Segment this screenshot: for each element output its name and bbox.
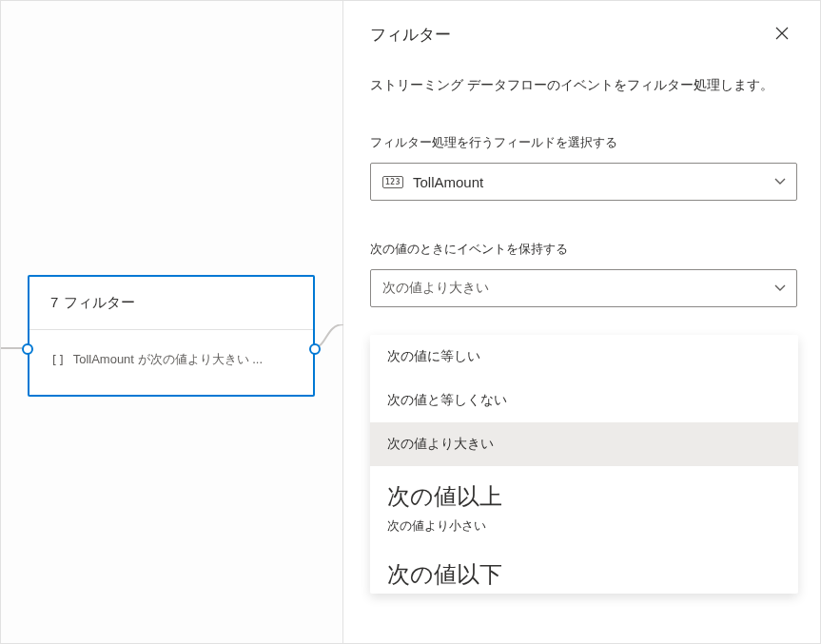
close-icon [774,26,790,41]
panel-header: フィルター [370,18,797,49]
field-select[interactable]: 123 TollAmount [370,163,797,201]
node-port-out[interactable] [309,343,321,355]
condition-select[interactable]: 次の値より大きい [370,269,797,307]
filter-node-index: 7 [50,294,58,310]
filter-node[interactable]: 7フィルター [] TollAmount が次の値より大きい ... [28,275,315,397]
condition-select-value: 次の値より大きい [382,280,773,297]
flow-canvas[interactable]: 7フィルター [] TollAmount が次の値より大きい ... [1,1,343,643]
filter-node-title: フィルター [64,294,135,310]
field-select-label: フィルター処理を行うフィールドを選択する [370,134,797,151]
node-port-in[interactable] [22,343,33,355]
panel-description: ストリーミング データフローのイベントをフィルター処理します。 [370,77,797,94]
close-button[interactable] [767,18,797,49]
filter-node-summary: TollAmount が次の値より大きい ... [73,351,263,368]
condition-option-less-equal[interactable]: 次の値以下 [370,548,798,594]
condition-option-greater-than[interactable]: 次の値より大きい [370,422,798,466]
chevron-down-icon [773,281,787,297]
condition-dropdown: 次の値に等しい 次の値と等しくない 次の値より大きい 次の値以上 次の値より小さ… [370,335,798,594]
condition-option-not-equals[interactable]: 次の値と等しくない [370,379,798,422]
chevron-down-icon [773,174,787,190]
filter-node-body: [] TollAmount が次の値より大きい ... [29,330,313,395]
numeric-type-icon: 123 [382,176,403,188]
field-select-block: フィルター処理を行うフィールドを選択する 123 TollAmount [370,134,797,201]
condition-option-equals[interactable]: 次の値に等しい [370,335,798,379]
panel-title: フィルター [370,18,451,46]
condition-option-greater-equal[interactable]: 次の値以上 [370,466,798,517]
array-icon: [] [50,353,66,367]
condition-select-block: 次の値のときにイベントを保持する 次の値より大きい [370,241,797,307]
connector-wire-left [1,347,22,349]
field-select-value: TollAmount [413,174,773,190]
condition-select-label: 次の値のときにイベントを保持する [370,241,797,258]
app-root: 7フィルター [] TollAmount が次の値より大きい ... フィルター… [0,0,821,644]
condition-option-less-than[interactable]: 次の値より小さい [370,517,798,548]
filter-node-header: 7フィルター [29,277,313,330]
